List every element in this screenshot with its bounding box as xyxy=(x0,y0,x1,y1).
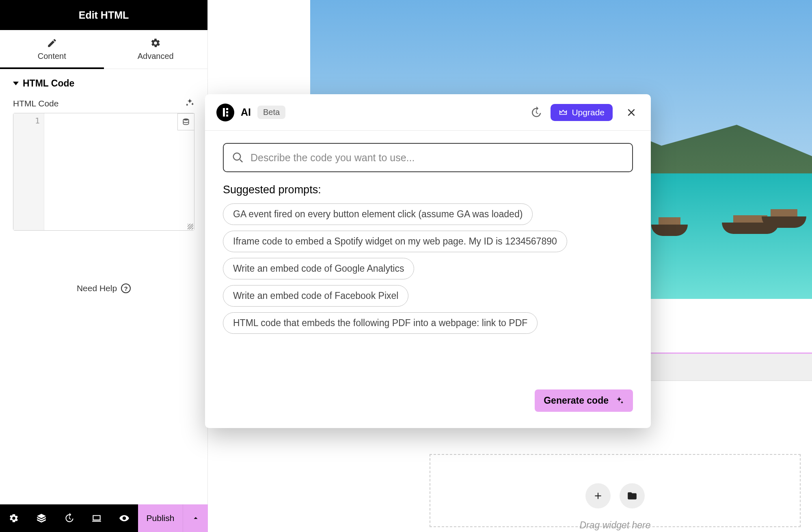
modal-footer: Generate code xyxy=(205,389,651,428)
need-help-link[interactable]: Need Help ? xyxy=(0,283,207,293)
modal-title: AI xyxy=(241,106,251,118)
suggested-prompt-chip[interactable]: Iframe code to embed a Spotify widget on… xyxy=(223,231,567,252)
resize-handle-icon[interactable] xyxy=(188,224,193,229)
tab-content[interactable]: Content xyxy=(0,30,104,69)
sidebar-header: Edit HTML xyxy=(0,0,207,30)
html-code-editor[interactable]: 1 xyxy=(13,113,194,231)
history-icon[interactable] xyxy=(55,504,83,532)
prompt-input[interactable] xyxy=(251,152,624,164)
prompt-input-wrapper[interactable] xyxy=(223,143,633,172)
widgets-grid-icon[interactable] xyxy=(184,7,200,23)
tab-advanced-label: Advanced xyxy=(138,52,174,61)
suggested-prompt-chip[interactable]: HTML code that embeds the following PDF … xyxy=(223,312,538,334)
help-icon: ? xyxy=(121,283,131,293)
modal-header: AI Beta Upgrade xyxy=(205,94,651,131)
svg-rect-10 xyxy=(191,18,193,20)
tab-advanced[interactable]: Advanced xyxy=(104,30,208,69)
svg-rect-1 xyxy=(9,14,22,16)
field-label: HTML Code xyxy=(13,99,58,108)
svg-rect-9 xyxy=(187,18,189,20)
svg-rect-7 xyxy=(191,14,193,16)
dynamic-tags-icon[interactable] xyxy=(177,113,194,130)
publish-button[interactable]: Publish xyxy=(138,504,183,532)
upgrade-button[interactable]: Upgrade xyxy=(551,104,613,121)
need-help-label: Need Help xyxy=(77,283,117,293)
chevron-down-icon xyxy=(13,82,19,85)
section-label: HTML Code xyxy=(23,78,74,89)
sparkle-icon xyxy=(614,396,624,406)
responsive-icon[interactable] xyxy=(83,504,110,532)
field-row: HTML Code xyxy=(0,98,207,109)
navigator-icon[interactable] xyxy=(28,504,55,532)
publish-label: Publish xyxy=(147,513,175,523)
svg-rect-3 xyxy=(187,10,189,12)
preview-icon[interactable] xyxy=(110,504,138,532)
svg-point-13 xyxy=(233,153,241,160)
sidebar-panel: Edit HTML Content Advanced HTML Code HTM… xyxy=(0,0,208,532)
elementor-logo-icon xyxy=(216,104,234,121)
tab-content-label: Content xyxy=(38,52,66,61)
suggested-prompt-chip[interactable]: GA event fired on every button element c… xyxy=(223,203,533,225)
prompt-history-icon[interactable] xyxy=(528,104,544,121)
beta-badge: Beta xyxy=(257,106,285,119)
svg-rect-8 xyxy=(195,14,197,16)
close-icon[interactable] xyxy=(623,104,639,121)
editor-gutter: 1 xyxy=(13,113,44,230)
editor-body[interactable] xyxy=(44,113,194,230)
suggested-chips: GA event fired on every button element c… xyxy=(223,203,633,334)
svg-rect-0 xyxy=(9,11,22,13)
svg-point-12 xyxy=(183,119,188,121)
drop-zone[interactable]: Drag widget here xyxy=(430,454,801,527)
suggested-prompts-title: Suggested prompts: xyxy=(223,184,633,196)
template-library-button[interactable] xyxy=(620,483,645,508)
sidebar-tabs: Content Advanced xyxy=(0,30,207,69)
ai-sparkle-icon[interactable] xyxy=(185,98,194,109)
upgrade-label: Upgrade xyxy=(572,108,605,117)
svg-rect-4 xyxy=(191,10,193,12)
line-number: 1 xyxy=(35,116,40,125)
bottom-bar: Publish xyxy=(0,504,208,532)
sidebar-title: Edit HTML xyxy=(79,9,129,21)
svg-rect-6 xyxy=(187,14,189,16)
svg-rect-5 xyxy=(195,10,197,12)
suggested-prompt-chip[interactable]: Write an embed code of Google Analytics xyxy=(223,258,414,279)
ai-modal: AI Beta Upgrade Suggested prompts: GA ev… xyxy=(205,94,651,428)
dropzone-text: Drag widget here xyxy=(579,520,650,531)
add-widget-button[interactable] xyxy=(585,483,611,508)
hamburger-menu-icon[interactable] xyxy=(7,7,24,23)
modal-body: Suggested prompts: GA event fired on eve… xyxy=(205,131,651,389)
svg-rect-2 xyxy=(9,17,22,19)
svg-rect-11 xyxy=(195,18,197,20)
generate-label: Generate code xyxy=(544,395,609,406)
suggested-prompt-chip[interactable]: Write an embed code of Facebook Pixel xyxy=(223,285,408,307)
section-html-code[interactable]: HTML Code xyxy=(0,69,207,98)
generate-code-button[interactable]: Generate code xyxy=(535,389,633,412)
settings-icon[interactable] xyxy=(0,504,28,532)
search-icon xyxy=(232,151,244,164)
publish-options-button[interactable] xyxy=(183,504,208,532)
dropzone-buttons xyxy=(585,483,645,508)
